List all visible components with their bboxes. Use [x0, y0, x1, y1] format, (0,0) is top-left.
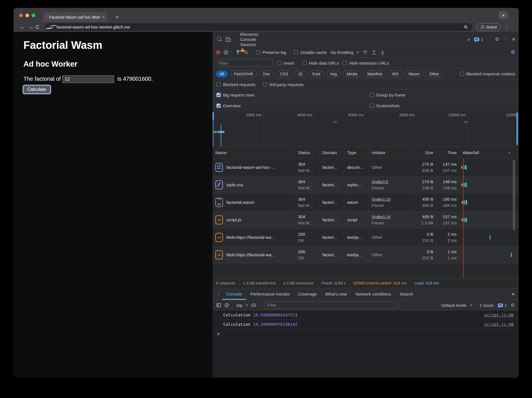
inspect-element-button[interactable] [215, 35, 224, 43]
close-window-button[interactable] [19, 14, 23, 17]
forward-button[interactable]: → [27, 24, 35, 30]
column-header-type[interactable]: Type [344, 147, 369, 158]
timeline-left-handle[interactable] [213, 112, 214, 120]
drawer-tab[interactable]: Performance monitor [246, 288, 294, 300]
tab-search-button[interactable]: ▾ [499, 12, 508, 19]
clear-console-button[interactable] [225, 303, 229, 307]
network-conditions-icon[interactable] [362, 50, 368, 55]
import-har-icon[interactable] [372, 50, 376, 55]
console-message[interactable]: Calculation 15.599999964237213 script.js… [213, 310, 519, 320]
request-type-chip[interactable]: Img [327, 71, 340, 77]
scrollbar-thumb[interactable] [513, 160, 515, 230]
fullscreen-window-button[interactable] [32, 14, 35, 17]
network-request-row[interactable]: script.js 304 Not M… factori… script (in… [213, 211, 519, 229]
column-header-size[interactable]: Size [410, 147, 436, 158]
throttling-select[interactable]: No throttling ▾ [330, 50, 358, 55]
initiator-link[interactable]: (index):5 [372, 179, 410, 185]
close-drawer-icon[interactable]: × [511, 291, 515, 298]
live-expression-eye-icon[interactable] [251, 303, 256, 307]
column-header-status[interactable]: Status [295, 147, 319, 158]
context-selector[interactable]: top ▾ [237, 303, 248, 308]
group-by-frame-checkbox[interactable]: Group by frame [370, 93, 406, 97]
site-settings-icon[interactable] [49, 25, 53, 29]
drawer-tab[interactable]: Coverage [294, 288, 321, 300]
devtools-tab[interactable]: Elements [236, 32, 270, 37]
record-network-log-button[interactable] [216, 50, 220, 54]
network-filter-input[interactable] [216, 60, 273, 67]
request-type-chip[interactable]: All [216, 71, 228, 77]
column-header-initiator[interactable]: Initiator [369, 147, 410, 158]
network-settings-gear-icon[interactable]: ⚙ [511, 49, 515, 55]
request-type-chip[interactable]: JS [294, 71, 306, 77]
console-filter-input[interactable] [264, 302, 399, 309]
new-tab-button[interactable]: + [113, 13, 121, 21]
address-bar[interactable]: factorial-wasm-ad-hoc-worker.glitch.me [45, 23, 472, 31]
issues-icon[interactable] [474, 38, 479, 41]
request-type-chip[interactable]: Other [426, 71, 443, 77]
drawer-tab[interactable]: Network conditions [351, 288, 395, 300]
drawer-tab[interactable]: What's new [321, 288, 351, 300]
column-header-domain[interactable]: Domain [319, 147, 344, 158]
devtools-menu-icon[interactable]: ⋮ [503, 36, 508, 42]
minimize-window-button[interactable] [25, 14, 29, 17]
column-header-name[interactable]: Name [213, 147, 295, 158]
preserve-log-checkbox[interactable]: Preserve log [256, 50, 286, 55]
console-message[interactable]: Calculation 14.399999976158142 script.js… [213, 320, 519, 329]
filter-funnel-icon[interactable] [236, 50, 240, 54]
drawer-menu-icon[interactable]: ⋮ [215, 291, 222, 297]
big-request-rows-checkbox[interactable]: Big request rows [216, 93, 255, 97]
issues-icon[interactable] [498, 303, 503, 307]
calculate-button[interactable]: Calculate [23, 86, 50, 93]
network-request-row[interactable]: blob:https://factorial-wa… 200 OK factor… [213, 229, 519, 246]
request-type-chip[interactable]: Media [343, 71, 361, 77]
back-button[interactable]: ← [18, 24, 27, 30]
log-levels-select[interactable]: Default levels ▾ [441, 303, 472, 308]
overview-checkbox[interactable]: Overview [216, 103, 241, 108]
disable-cache-checkbox[interactable]: Disable cache [294, 50, 327, 55]
zoom-icon[interactable] [464, 25, 468, 29]
console-settings-gear-icon[interactable]: ⚙ [511, 302, 515, 308]
network-request-row[interactable]: factorial-wasm-ad-hoc-… 304 Not M… facto… [213, 159, 519, 176]
timeline-right-handle[interactable] [516, 112, 518, 145]
third-party-requests-checkbox[interactable]: 3rd-party requests [263, 82, 304, 87]
devtools-tab[interactable]: Sources [236, 42, 270, 47]
tab-close-icon[interactable]: × [102, 15, 105, 19]
factorial-input[interactable] [62, 75, 114, 83]
request-type-chip[interactable]: Manifest [364, 71, 386, 77]
export-har-icon[interactable] [380, 50, 385, 55]
request-type-chip[interactable]: CSS [276, 71, 292, 77]
blocked-requests-checkbox[interactable]: Blocked requests [216, 82, 255, 87]
clear-network-log-button[interactable] [224, 50, 228, 54]
profile-button[interactable]: Guest [476, 23, 501, 31]
reload-button[interactable] [35, 25, 43, 29]
device-toolbar-button[interactable] [224, 35, 232, 43]
hide-extension-urls-checkbox[interactable]: Hide extension URLs [343, 61, 389, 65]
screenshots-checkbox[interactable]: Screenshots [370, 103, 400, 108]
issue-count-label[interactable]: 1 Issue: [480, 303, 494, 308]
request-type-chip[interactable]: WS [389, 71, 402, 77]
column-header-waterfall[interactable]: Waterfall ▲ [460, 147, 519, 158]
column-header-time[interactable]: Time [436, 147, 460, 158]
source-link[interactable]: script.js:40 [484, 313, 514, 317]
settings-gear-icon[interactable]: ⚙ [495, 36, 499, 42]
console-prompt[interactable]: > [213, 329, 519, 339]
initiator-link[interactable]: (index):10 [372, 196, 410, 202]
more-tabs-button[interactable]: » [467, 36, 470, 43]
invert-checkbox[interactable]: Invert [277, 61, 294, 65]
network-overview-timeline[interactable]: 2000 ms 4000 ms 6000 ms 8000 ms 10000 ms… [213, 111, 519, 147]
devtools-tab[interactable]: Console [236, 37, 270, 42]
network-request-row[interactable]: factorial.wasm 304 Not M… factori… wasm … [213, 194, 519, 211]
request-type-chip[interactable]: Fetch/XHR [230, 71, 257, 77]
network-request-row[interactable]: style.css 304 Not M… factori… styles… (i… [213, 176, 519, 194]
request-type-chip[interactable]: Font [309, 71, 324, 77]
console-sidebar-icon[interactable] [216, 303, 221, 307]
request-type-chip[interactable]: Wasm [405, 71, 423, 77]
browser-menu-button[interactable]: ⋮ [502, 24, 511, 30]
drawer-tab[interactable]: Console [222, 288, 246, 300]
source-link[interactable]: script.js:40 [484, 322, 514, 327]
hide-data-urls-checkbox[interactable]: Hide data URLs [303, 61, 339, 65]
initiator-link[interactable]: (index):14 [372, 214, 410, 220]
browser-tab[interactable]: ! Factorial Wasm (ad hoc Work × [43, 12, 108, 22]
drawer-tab[interactable]: Search [395, 288, 417, 300]
blocked-response-cookies-checkbox[interactable]: Blocked response cookies [460, 71, 515, 76]
